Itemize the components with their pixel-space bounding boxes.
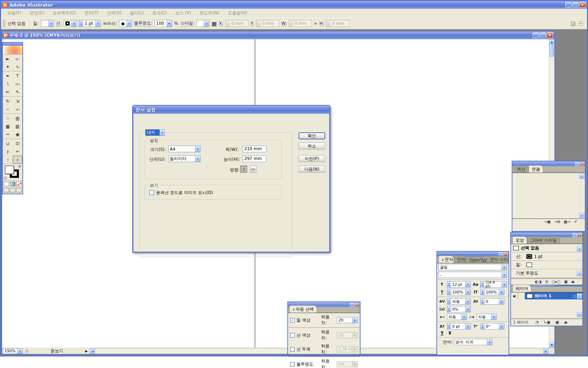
symbol-sprayer-tool-icon[interactable]: ∴ <box>3 114 13 122</box>
menu-file[interactable]: 파일(F) <box>3 9 26 17</box>
font-family-dropdown[interactable]: 굴림 ∨ <box>439 264 507 270</box>
selection-tool-icon[interactable]: ► <box>3 55 13 63</box>
portrait-orientation-button[interactable]: ▯ <box>240 166 247 173</box>
kerning-field[interactable]: ▴▾ 자동 ∨ <box>447 298 471 305</box>
stroke-color-checkbox[interactable] <box>290 333 295 338</box>
graph-tool-icon[interactable]: ▥ <box>13 114 22 122</box>
chevron-down-icon[interactable]: ∨ <box>17 349 22 354</box>
tab-layers[interactable]: 레이어 <box>512 285 531 292</box>
document-title-bar[interactable]: 무제-2 @ 150% (CMYK/미리보기) _ □ × <box>2 32 554 39</box>
free-transform-tool-icon[interactable]: ▱ <box>13 105 22 113</box>
slice-tool-icon[interactable]: ∤ <box>3 147 13 155</box>
type-tool-icon[interactable]: T <box>13 72 22 80</box>
scroll-up-icon[interactable]: ∧ <box>579 174 584 179</box>
status-menu-icon[interactable]: ▶ <box>85 349 88 353</box>
style-label[interactable]: 스타일: <box>180 20 194 27</box>
tab-actions[interactable]: 액션 <box>514 165 528 173</box>
outline-mode-checkbox[interactable] <box>149 190 154 195</box>
chevron-down-icon[interactable]: ∨ <box>126 20 132 27</box>
menu-effect[interactable]: 효과(C) <box>148 9 171 17</box>
tab-opentype[interactable]: OpenType <box>466 257 487 263</box>
pen-tool-icon[interactable]: ✒ <box>3 72 13 80</box>
chevron-down-icon[interactable]: ∨ <box>465 306 470 312</box>
underline-icon[interactable]: T <box>441 331 443 336</box>
chevron-down-icon[interactable]: ∨ <box>48 20 54 27</box>
chevron-down-icon[interactable]: ∨ <box>502 282 507 287</box>
chevron-down-icon[interactable]: ∨ <box>461 314 467 320</box>
magic-wand-tool-icon[interactable]: ✶ <box>3 63 13 71</box>
visibility-toggle[interactable]: ◉ <box>511 292 518 299</box>
stepper-icon[interactable]: ▴▾ <box>79 20 83 27</box>
scale-tool-icon[interactable]: ⇲ <box>13 97 22 105</box>
chevron-down-icon[interactable]: ∨ <box>160 130 164 136</box>
baseline-shift-field[interactable]: ▴▾ 0 pt ∨ <box>447 323 471 329</box>
scroll-down-icon[interactable]: ∨ <box>577 312 582 317</box>
strikethrough-icon[interactable]: T <box>448 331 451 336</box>
chevron-down-icon[interactable]: ∨ <box>502 272 507 278</box>
hand-tool-icon[interactable]: ☝ <box>3 155 13 164</box>
chevron-down-icon[interactable]: ∨ <box>465 289 470 295</box>
direct-selection-tool-icon[interactable]: ▻ <box>13 55 22 63</box>
app-close-button[interactable]: × <box>579 2 586 8</box>
menu-select[interactable]: 선택(S) <box>103 9 126 17</box>
prev-button[interactable]: 이전(P) <box>299 155 325 162</box>
slider-popup-icon[interactable]: ▸ <box>167 20 172 27</box>
tab-paragraph[interactable]: 단락 <box>454 256 466 263</box>
scroll-down-icon[interactable]: ∨ <box>577 271 582 276</box>
stroke-weight-checkbox[interactable] <box>290 347 295 352</box>
palette-close-button[interactable]: × <box>578 233 582 237</box>
rectangle-tool-icon[interactable]: ▭ <box>13 80 22 88</box>
language-dropdown[interactable]: 영어: 미국 ∨ <box>454 339 492 345</box>
character-rotation-field[interactable]: ▴▾ 0° ∨ <box>481 323 504 329</box>
chevron-down-icon[interactable]: ∨ <box>499 299 504 304</box>
chevron-down-icon[interactable]: ∨ <box>71 20 76 27</box>
gradient-tool-icon[interactable]: ▧ <box>13 122 22 130</box>
chevron-down-icon[interactable]: ∨ <box>491 314 496 320</box>
scroll-down-icon[interactable]: ▼ <box>549 342 554 348</box>
default-fill-stroke-icon[interactable]: ❏ <box>4 176 6 180</box>
chevron-down-icon[interactable]: ∨ <box>499 324 504 329</box>
chevron-down-icon[interactable]: ∨ <box>465 299 470 304</box>
blend-tool-icon[interactable]: ◉ <box>13 130 22 138</box>
lasso-tool-icon[interactable]: ∿ <box>13 63 22 71</box>
new-layer-icon[interactable]: ▣ <box>555 320 559 325</box>
width-input[interactable]: 210 mm <box>243 146 266 152</box>
resize-grip[interactable]: ∷ <box>581 220 583 224</box>
tab-character-styles[interactable]: 문자 스타일 <box>487 256 509 263</box>
chevron-down-icon[interactable]: ∨ <box>95 20 100 27</box>
stroke-weight-field[interactable]: ▴▾ 1 pt ∨ <box>79 20 101 27</box>
tsume-field[interactable]: ▴▾ 0% ∨ <box>447 306 471 312</box>
font-size-field[interactable]: ▴▾ 12 pt ∨ <box>447 281 471 287</box>
dialog-section-dropdown[interactable]: 대지 ∨ <box>145 129 165 136</box>
full-screen-menu-mode-button[interactable] <box>10 188 15 193</box>
clipping-mask-icon[interactable]: ◔ <box>536 320 539 325</box>
scroll-left-icon[interactable]: ◄ <box>90 349 95 354</box>
tab-appearance[interactable]: 모양 <box>512 236 527 244</box>
palette-minimize-button[interactable]: _ <box>575 162 579 166</box>
scissors-tool-icon[interactable]: ✂ <box>13 147 22 155</box>
next-button[interactable]: 다음(N) <box>299 166 325 173</box>
new-item-icon[interactable]: ▣ <box>564 279 567 284</box>
scroll-up-icon[interactable]: ∧ <box>577 293 582 299</box>
target-circle-icon[interactable]: ○ <box>573 294 576 298</box>
tab-links[interactable]: 연결 <box>528 165 543 173</box>
color-button[interactable] <box>4 182 9 186</box>
slider-popup-icon[interactable]: ▸ <box>352 318 357 323</box>
bar-flyout-menu-icon[interactable]: ▸ <box>579 21 583 26</box>
size-dropdown[interactable]: A4 ∨ <box>168 146 201 152</box>
paintbrush-tool-icon[interactable]: ✏ <box>3 88 13 96</box>
fill-proxy[interactable] <box>5 166 14 174</box>
vertical-scale-field[interactable]: ▴▾ 100% ∨ <box>481 289 504 295</box>
menu-view[interactable]: 보기 (V) <box>171 9 195 17</box>
app-title-bar[interactable]: Adobe Illustrator _ □ × <box>1 1 587 9</box>
tab-magic-wand[interactable]: ⬍자동 선택 <box>289 305 317 313</box>
palette-close-button[interactable]: × <box>580 162 584 166</box>
chevron-down-icon[interactable]: ∨ <box>204 20 209 27</box>
height-input[interactable]: 297 mm <box>243 155 266 162</box>
horizontal-scale-field[interactable]: ▴▾ 100% ∨ <box>447 289 471 295</box>
fill-color-dropdown[interactable]: ∨ <box>41 20 54 27</box>
zoom-level-combo[interactable]: 150% ∨ <box>3 348 23 354</box>
tracking-field[interactable]: ▴▾ 0 ∨ <box>481 298 504 305</box>
links-list-area[interactable]: ∧ ∨ <box>512 173 585 218</box>
brush-dropdown[interactable]: ● ∨ <box>119 20 132 27</box>
